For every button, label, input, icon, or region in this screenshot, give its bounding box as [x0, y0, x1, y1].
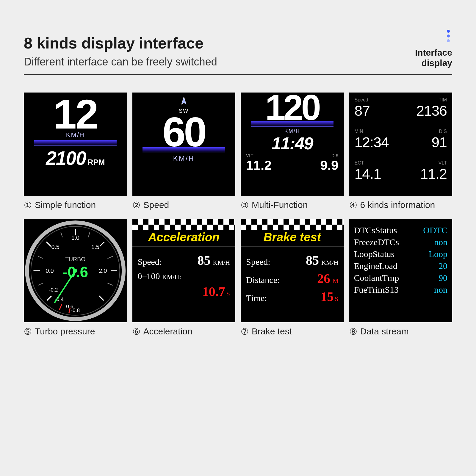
cell-tim: TIM2136: [402, 97, 447, 128]
caption-number: ⑥: [132, 326, 140, 337]
caption-6: ⑥ Acceleration: [132, 326, 236, 337]
speed-unit: KM/H: [24, 131, 127, 139]
caption-text: Data stream: [360, 326, 409, 336]
caption-text: Turbo pressure: [35, 326, 95, 336]
bottom-row: VLT 11.2 DIS 9.9: [241, 153, 344, 173]
caption-number: ①: [24, 200, 32, 210]
checker-pattern: [241, 219, 344, 230]
turbo-gauge-icon: 1.0 0.5 1.5 -0.0 2.0 -0.2 -0.4 -0.6 -0.8…: [24, 219, 127, 322]
data-row: DTCsStatusODTC: [354, 225, 448, 235]
caption-number: ④: [349, 200, 357, 210]
caption-text: Acceleration: [143, 326, 192, 336]
caption-5: ⑤ Turbo pressure: [24, 326, 127, 337]
speed-value: 60: [132, 114, 236, 150]
screen-turbo-pressure: 1.0 0.5 1.5 -0.0 2.0 -0.2 -0.4 -0.6 -0.8…: [24, 219, 127, 322]
brake-title: Brake test: [241, 230, 344, 247]
svg-text:-0.2: -0.2: [49, 286, 58, 292]
caption-7: ⑦ Brake test: [241, 326, 344, 337]
rpm-row: 2100 RPM: [24, 147, 127, 169]
caption-number: ⑤: [24, 326, 32, 337]
svg-text:-0.4: -0.4: [55, 296, 64, 302]
svg-text:1.5: 1.5: [91, 243, 99, 250]
svg-text:2.0: 2.0: [99, 267, 107, 274]
data-row: EngineLoad20: [354, 261, 448, 271]
svg-text:-0.0: -0.0: [44, 267, 54, 274]
rpm-value: 2100: [46, 147, 86, 169]
brake-body: Speed: 85 KM/H Distance: 26 M Time: 15S: [241, 247, 344, 310]
dis-label: DIS: [331, 153, 338, 158]
rpm-unit: RPM: [88, 158, 105, 167]
accel-title: Acceleration: [132, 230, 236, 247]
screen-acceleration: Acceleration Speed: 85 KM/H 0–100 KM/H: …: [132, 219, 236, 322]
data-row: FueTrimS13non: [354, 285, 448, 295]
caption-text: 6 kinds information: [360, 200, 435, 210]
accel-range-row: 0–100 KM/H:: [138, 271, 230, 281]
header-right-label: Interface display: [415, 48, 452, 68]
caption-number: ②: [132, 200, 140, 210]
divider: [24, 74, 452, 75]
caption-number: ⑧: [349, 326, 357, 337]
screen-simple-function: 12 KM/H 2100 RPM: [24, 93, 127, 196]
dis-col: DIS 9.9: [320, 153, 338, 173]
svg-text:0.5: 0.5: [51, 243, 60, 250]
header: 8 kinds display interface Different inte…: [24, 30, 452, 68]
data-row: CoolantTmp90: [354, 273, 448, 283]
brake-distance-row: Distance: 26 M: [246, 271, 339, 286]
accel-body: Speed: 85 KM/H 0–100 KM/H: 10.7S: [132, 247, 236, 305]
svg-text:1.0: 1.0: [71, 234, 79, 241]
cell-speed: Speed87: [355, 97, 399, 128]
screen-multi-function: 120 KM/H 11:49 VLT 11.2 DIS 9.9: [241, 93, 344, 196]
purple-bar: [34, 140, 117, 146]
caption-number: ③: [241, 200, 249, 210]
screen-six-kinds: Speed87 TIM2136 MIN12:34 DIS91 ECT14.1 V…: [349, 93, 452, 196]
data-row: FreezeDTCsnon: [354, 237, 448, 247]
caption-3: ③ Multi-Function: [241, 200, 344, 210]
accel-speed-row: Speed: 85 KM/H: [138, 253, 230, 268]
brake-time-row: Time: 15S: [246, 289, 339, 304]
accel-time-row: 10.7S: [138, 284, 230, 299]
svg-marker-0: [181, 97, 186, 104]
caption-8: ⑧ Data stream: [349, 326, 452, 337]
caption-2: ② Speed: [132, 200, 236, 210]
caption-4: ④ 6 kinds information: [349, 200, 452, 210]
checker-pattern: [132, 219, 236, 230]
speed-value: 120: [241, 93, 344, 122]
screen-brake-test: Brake test Speed: 85 KM/H Distance: 26 M…: [241, 219, 344, 322]
decorative-dots-icon: [415, 30, 452, 42]
cell-min: MIN12:34: [355, 129, 399, 159]
page-title: 8 kinds display interface: [24, 34, 217, 52]
svg-text:TURBO: TURBO: [65, 256, 85, 262]
time-value: 11:49: [241, 133, 344, 153]
speed-value: 12: [24, 93, 127, 133]
speed-unit: KM/H: [132, 154, 236, 163]
header-right: Interface display: [415, 30, 452, 68]
screens-grid: 12 KM/H 2100 RPM ① Simple function SW 60…: [24, 93, 452, 337]
svg-text:-0.8: -0.8: [71, 307, 80, 313]
cell-dis: DIS91: [402, 129, 447, 159]
brake-speed-row: Speed: 85 KM/H: [246, 253, 339, 268]
caption-text: Brake test: [252, 326, 292, 336]
screen-speed: SW 60 KM/H: [132, 93, 236, 196]
svg-text:-0.6: -0.6: [62, 264, 88, 280]
header-left: 8 kinds display interface Different inte…: [24, 34, 217, 68]
cell-ect: ECT14.1: [355, 160, 399, 191]
caption-text: Simple function: [35, 200, 96, 210]
caption-text: Speed: [143, 200, 169, 210]
page-subtitle: Different interface can be freely switch…: [24, 56, 217, 68]
vlt-label: VLT: [246, 153, 253, 158]
data-row: LoopStatusLoop: [354, 249, 448, 259]
cell-vlt: VLT11.2: [402, 160, 447, 191]
dis-value: 9.9: [320, 158, 338, 173]
vlt-col: VLT 11.2: [246, 153, 272, 173]
caption-1: ① Simple function: [24, 200, 127, 210]
caption-text: Multi-Function: [252, 200, 308, 210]
caption-number: ⑦: [241, 326, 249, 337]
compass-icon: [132, 96, 236, 109]
screen-data-stream: DTCsStatusODTC FreezeDTCsnon LoopStatusL…: [349, 219, 452, 322]
vlt-value: 11.2: [246, 158, 272, 173]
